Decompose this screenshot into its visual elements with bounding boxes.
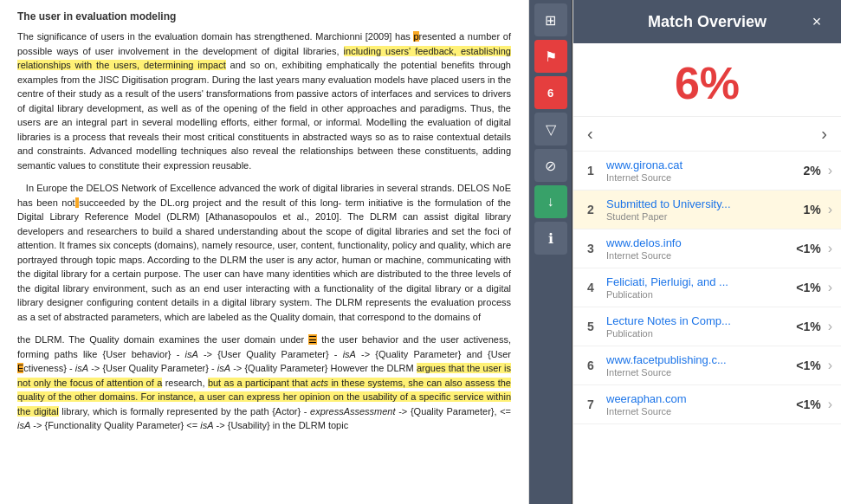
document-area: The user in evaluation modeling The sign… <box>0 0 529 504</box>
match-percent: <1% <box>790 359 821 372</box>
paragraph-2: In Europe the DELOS Network of Excellenc… <box>17 181 511 324</box>
match-info: www.girona.cat Internet Source <box>606 158 783 183</box>
match-source-type: Internet Source <box>606 406 783 417</box>
paragraph-3: the DLRM. The Quality domain examines th… <box>17 333 511 433</box>
percent-display: 6% <box>573 43 841 117</box>
chevron-right-icon: › <box>828 202 832 217</box>
highlight-3 <box>75 197 80 208</box>
match-list: 1 www.girona.cat Internet Source 2% › 2 … <box>573 152 841 504</box>
match-source-type: Internet Source <box>606 250 783 261</box>
chevron-right-icon: › <box>828 358 832 373</box>
match-source-name: Lecture Notes in Comp... <box>606 314 783 327</box>
toolbar: ⊞ ⚑ 6 ▽ ⊘ ↓ ℹ <box>529 0 573 504</box>
info-button[interactable]: ℹ <box>534 222 567 255</box>
match-info: www.delos.info Internet Source <box>606 236 783 261</box>
match-item[interactable]: 3 www.delos.info Internet Source <1% › <box>573 229 841 268</box>
match-percent: <1% <box>790 242 821 255</box>
chevron-right-icon: › <box>828 397 832 412</box>
match-source-name: www.facetpublishing.c... <box>606 353 783 366</box>
match-info: Feliciati, Pierluigi, and ... Publicatio… <box>606 275 783 300</box>
match-percent: <1% <box>790 397 821 411</box>
match-source-type: Student Paper <box>606 211 783 222</box>
match-info: Lecture Notes in Comp... Publication <box>606 314 783 339</box>
panel-title: Match Overview <box>608 13 806 31</box>
match-source-type: Internet Source <box>606 172 783 183</box>
chevron-right-icon: › <box>828 280 832 295</box>
document-content: The user in evaluation modeling The sign… <box>0 0 528 504</box>
match-source-name: weeraphan.com <box>606 392 783 405</box>
filter-button[interactable]: ▽ <box>534 113 567 145</box>
match-info: Submitted to University... Student Paper <box>606 197 783 222</box>
panel-header: Match Overview × <box>573 0 841 43</box>
match-source-type: Publication <box>606 289 783 300</box>
paragraph-1: The significance of users in the evaluat… <box>17 29 511 172</box>
count-badge[interactable]: 6 <box>534 76 567 109</box>
close-button[interactable]: × <box>806 11 827 32</box>
match-source-name: Submitted to University... <box>606 197 783 210</box>
document-title: The user in evaluation modeling <box>17 9 511 24</box>
chevron-right-icon: › <box>828 241 832 256</box>
match-item[interactable]: 1 www.girona.cat Internet Source 2% › <box>573 152 841 191</box>
match-item[interactable]: 6 www.facetpublishing.c... Internet Sour… <box>573 346 841 385</box>
highlight-5: E <box>17 363 23 373</box>
prev-button[interactable]: ‹ <box>580 120 600 147</box>
block-button[interactable]: ⊘ <box>534 149 567 182</box>
match-percent: 1% <box>790 203 821 216</box>
match-source-name: Feliciati, Pierluigi, and ... <box>606 275 783 288</box>
flag-button[interactable]: ⚑ <box>534 40 567 73</box>
match-item[interactable]: 4 Feliciati, Pierluigi, and ... Publicat… <box>573 268 841 307</box>
match-item[interactable]: 2 Submitted to University... Student Pap… <box>573 191 841 229</box>
match-percent: <1% <box>790 281 821 294</box>
highlight-4: ☰ <box>308 334 317 345</box>
download-button[interactable]: ↓ <box>534 185 567 218</box>
match-source-type: Internet Source <box>606 367 783 378</box>
highlight-1: p <box>413 31 418 42</box>
highlight-2: including users' feedback, establishing … <box>17 46 511 71</box>
match-source-name: www.girona.cat <box>606 158 783 171</box>
next-button[interactable]: › <box>814 120 834 147</box>
match-number: 6 <box>582 359 599 372</box>
match-number: 3 <box>582 242 599 255</box>
match-info: www.facetpublishing.c... Internet Source <box>606 353 783 378</box>
chevron-right-icon: › <box>828 319 832 334</box>
match-number: 1 <box>582 164 599 178</box>
match-number: 4 <box>582 281 599 294</box>
match-item[interactable]: 5 Lecture Notes in Comp... Publication <… <box>573 307 841 346</box>
chevron-right-icon: › <box>828 163 832 178</box>
match-source-name: www.delos.info <box>606 236 783 249</box>
match-percent: 2% <box>790 164 821 178</box>
match-number: 5 <box>582 320 599 333</box>
nav-row: ‹ › <box>573 117 841 152</box>
match-percent-value: 6% <box>675 57 740 109</box>
match-number: 7 <box>582 397 599 411</box>
match-percent: <1% <box>790 320 821 333</box>
layers-button[interactable]: ⊞ <box>534 3 567 36</box>
match-number: 2 <box>582 203 599 216</box>
match-source-type: Publication <box>606 328 783 339</box>
match-item[interactable]: 7 weeraphan.com Internet Source <1% › <box>573 385 841 424</box>
match-info: weeraphan.com Internet Source <box>606 392 783 417</box>
right-panel: Match Overview × 6% ‹ › 1 www.girona.cat… <box>573 0 841 504</box>
